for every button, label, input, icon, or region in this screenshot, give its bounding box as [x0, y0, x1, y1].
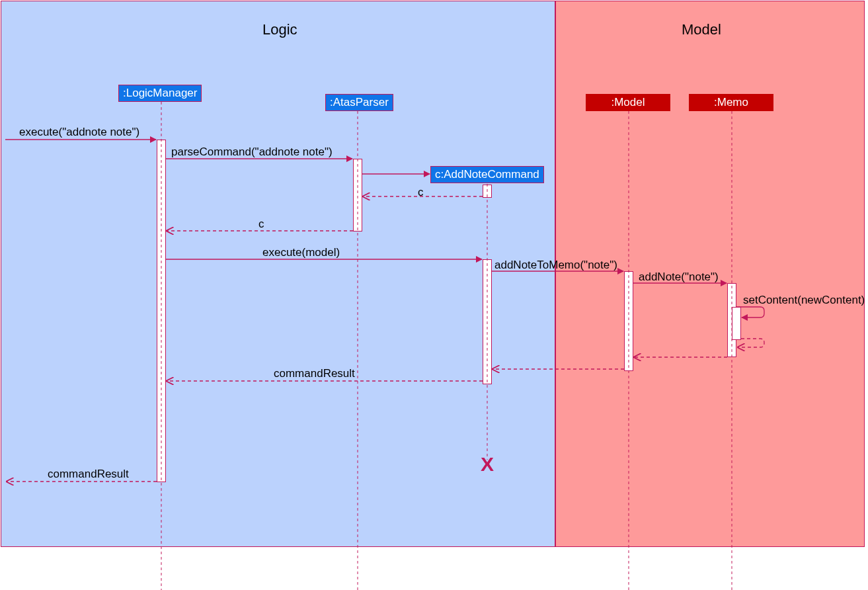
activation-model	[624, 271, 633, 371]
participant-logic-manager: :LogicManager	[118, 85, 202, 102]
frame-model-title: Model	[682, 21, 721, 38]
activation-addnote-cmd-2	[483, 259, 492, 384]
msg-setcontent: setContent(newContent)	[743, 294, 865, 307]
msg-addnotetomemo: addNoteToMemo("note")	[494, 259, 617, 272]
activation-logic-manager	[157, 140, 166, 482]
msg-return-c-1: c	[418, 186, 424, 199]
msg-execute-addnote: execute("addnote note")	[19, 126, 139, 139]
msg-commandresult-2: commandResult	[48, 468, 129, 481]
msg-parsecommand: parseCommand("addnote note")	[171, 146, 333, 159]
msg-commandresult-1: commandResult	[274, 367, 355, 380]
participant-atas-parser: :AtasParser	[325, 94, 393, 111]
msg-return-c-2: c	[258, 218, 264, 231]
msg-execute-model: execute(model)	[262, 246, 340, 259]
sequence-diagram: Logic Model :LogicManager :AtasParser c:…	[0, 0, 868, 590]
participant-model: :Model	[586, 94, 670, 111]
participant-addnote-command: c:AddNoteCommand	[430, 166, 544, 183]
msg-addnote: addNote("note")	[639, 271, 719, 284]
frame-logic-title: Logic	[262, 21, 297, 38]
activation-atas-parser	[353, 159, 362, 232]
participant-memo: :Memo	[689, 94, 773, 111]
frame-logic: Logic	[1, 1, 555, 547]
activation-memo-2	[732, 307, 741, 340]
destroy-addnote-command: X	[481, 453, 494, 476]
activation-addnote-cmd-1	[483, 185, 492, 198]
